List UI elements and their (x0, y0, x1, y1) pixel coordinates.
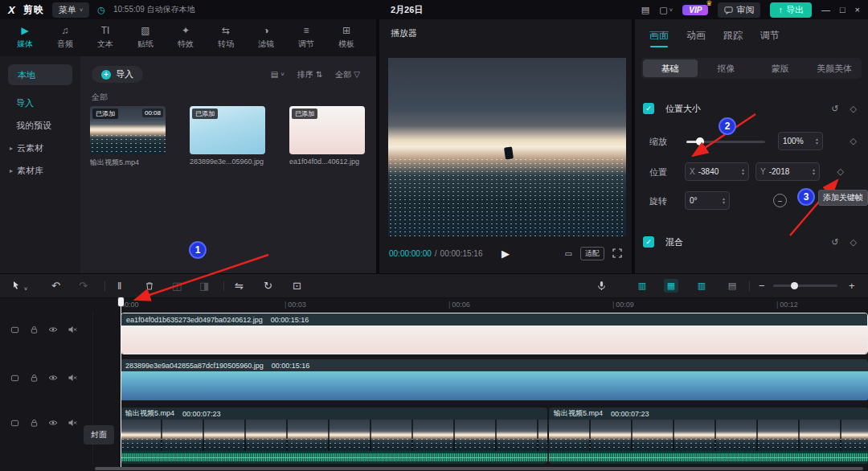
timeline-clip-video-1[interactable]: 输出视频5.mp4 00:00:07:23 (121, 408, 547, 464)
keyframe-diamond-icon[interactable]: ◇ (850, 104, 857, 114)
fit-dropdown[interactable]: 适配 (580, 247, 604, 260)
filter-button[interactable]: 全部▽ (335, 69, 360, 80)
minimize-button[interactable]: — (821, 5, 830, 14)
timeline-clip-image-2[interactable]: 283899e3e9a042855a87dcf190505960.jpg 00:… (121, 359, 868, 401)
timeline-ruler[interactable]: 00:00 00:03 00:06 00:09 00:12 (0, 298, 868, 311)
vip-badge[interactable]: VIP ♛ (682, 5, 708, 15)
scale-slider[interactable] (686, 141, 765, 143)
rotate-icon[interactable]: ↻ (264, 280, 272, 292)
fullscreen-icon[interactable] (612, 248, 622, 258)
playhead[interactable] (117, 297, 125, 467)
timeline-clip-video-2[interactable]: 输出视频5.mp4 00:00:07:23 (549, 408, 868, 464)
scale-keyframe-icon[interactable]: ◇ (850, 136, 857, 146)
track-icon[interactable] (10, 373, 19, 383)
sidebar-item-presets[interactable]: 我的预设 (0, 114, 80, 137)
eye-icon[interactable] (48, 418, 58, 428)
main-track-magnet-toggle[interactable]: ▥ (635, 279, 649, 293)
subtab-keying[interactable]: 抠像 (699, 58, 754, 79)
tab-adjustment[interactable]: 调节 (760, 29, 780, 43)
mirror-icon[interactable]: ⇋ (235, 280, 244, 292)
lock-icon[interactable] (29, 373, 39, 383)
select-tool-caret[interactable]: ˅ (24, 283, 27, 295)
lock-icon[interactable] (29, 325, 39, 334)
reset-icon[interactable]: ↺ (831, 104, 838, 114)
tab-tracking[interactable]: 跟踪 (723, 29, 743, 43)
mute-icon[interactable] (68, 325, 77, 334)
split-icon[interactable]: ‖ (117, 280, 121, 292)
subtab-basic[interactable]: 基础 (643, 59, 698, 77)
subtab-beauty[interactable]: 美颜美体 (808, 58, 862, 79)
record-audio-icon[interactable] (596, 281, 607, 293)
tab-effects[interactable]: ✦特效 (166, 19, 206, 56)
rotate-dial[interactable]: – (773, 194, 787, 207)
timeline-zoom-slider[interactable] (773, 285, 837, 287)
zoom-out-icon[interactable]: − (759, 280, 765, 292)
stepper[interactable]: ▴▾ (813, 168, 815, 176)
undo-icon[interactable]: ↶ (51, 280, 60, 292)
playhead-handle[interactable] (117, 297, 125, 307)
play-button[interactable]: ▶ (502, 248, 510, 260)
workspace-layout-button[interactable]: ▢ ˅ (659, 5, 673, 15)
tab-filter[interactable]: ◑滤镜 (246, 19, 286, 56)
zoom-knob[interactable] (791, 282, 798, 289)
eye-icon[interactable] (48, 373, 58, 383)
tab-adjust[interactable]: ≡调节 (286, 19, 326, 56)
preview-axis-toggle[interactable]: ▤ (725, 279, 739, 293)
media-item-video[interactable]: 已添加 00:08 输出视频5.mp4 (90, 106, 166, 168)
rotate-value-box[interactable]: 0° ▴▾ (685, 191, 730, 210)
reverse-icon[interactable]: ◨ (199, 280, 209, 292)
position-x-input[interactable]: X -3840 ▴▾ (685, 162, 749, 181)
stepper[interactable]: ▴▾ (742, 168, 744, 176)
freeze-frame-icon[interactable]: ◫ (172, 280, 182, 292)
track-icon[interactable] (10, 418, 19, 428)
delete-icon[interactable] (145, 281, 154, 293)
blend-keyframe-icon[interactable]: ◇ (850, 237, 857, 248)
media-item-image-blue[interactable]: 已添加 283899e3e...05960.jpg (190, 106, 265, 168)
view-mode-button[interactable]: ▤˅ (271, 69, 285, 80)
sidebar-item-cloud[interactable]: ▸云素材 (0, 137, 80, 159)
sidebar-item-import[interactable]: 导入 (0, 92, 80, 114)
tab-animation[interactable]: 动画 (686, 29, 706, 43)
tab-text[interactable]: TI文本 (85, 19, 125, 56)
menu-button[interactable]: 菜单 ˅ (52, 2, 90, 18)
track-icon[interactable] (10, 325, 19, 334)
tab-picture[interactable]: 画面 (649, 29, 669, 43)
media-item-image-pink[interactable]: 已添加 ea1f04f0d...40612.jpg (289, 106, 365, 168)
review-button[interactable]: 审阅 (718, 2, 760, 18)
panel-grid-icon[interactable]: ▤ (641, 5, 649, 15)
sidebar-item-library[interactable]: ▸素材库 (0, 159, 80, 182)
horizontal-scrollbar[interactable] (95, 467, 863, 470)
tab-sticker[interactable]: ▧贴纸 (125, 19, 166, 56)
blend-checkbox[interactable]: ✓ (643, 236, 654, 248)
scale-value-box[interactable]: 100% ▴▾ (778, 132, 823, 150)
video-preview[interactable] (388, 58, 626, 236)
position-keyframe-icon[interactable]: ◇ (837, 166, 844, 177)
tab-template[interactable]: ⊞模板 (326, 19, 366, 56)
mute-icon[interactable] (68, 373, 77, 383)
select-tool-icon[interactable] (11, 281, 21, 293)
close-button[interactable]: × (855, 5, 860, 14)
crop-icon[interactable]: ⊡ (293, 280, 301, 292)
mute-icon[interactable] (68, 418, 77, 428)
subtab-mask[interactable]: 蒙版 (753, 58, 808, 79)
sort-button[interactable]: 排序⇅ (297, 69, 322, 80)
ratio-icon[interactable]: ▭ (565, 249, 572, 258)
position-y-input[interactable]: Y -2018 ▴▾ (755, 162, 820, 181)
zoom-in-icon[interactable]: + (849, 280, 855, 292)
auto-snap-toggle[interactable]: ▦ (664, 279, 678, 293)
cover-button[interactable]: 封面 (84, 425, 114, 444)
lock-icon[interactable] (29, 418, 39, 428)
tab-transition[interactable]: ⇆转场 (206, 19, 246, 56)
sidebar-item-local[interactable]: 本地 (8, 64, 72, 85)
maximize-button[interactable]: □ (840, 5, 845, 14)
tab-media[interactable]: ▶媒体 (5, 19, 45, 56)
export-button[interactable]: ↑ 导出 (770, 2, 812, 18)
tab-audio[interactable]: ♫音频 (45, 19, 85, 56)
eye-icon[interactable] (48, 325, 58, 334)
stepper[interactable]: ▴▾ (816, 137, 818, 145)
import-button[interactable]: + 导入 (92, 66, 143, 83)
blend-reset-icon[interactable]: ↺ (831, 237, 838, 248)
position-size-checkbox[interactable]: ✓ (643, 103, 654, 114)
scale-slider-knob[interactable] (696, 137, 704, 145)
stepper[interactable]: ▴▾ (723, 197, 725, 205)
